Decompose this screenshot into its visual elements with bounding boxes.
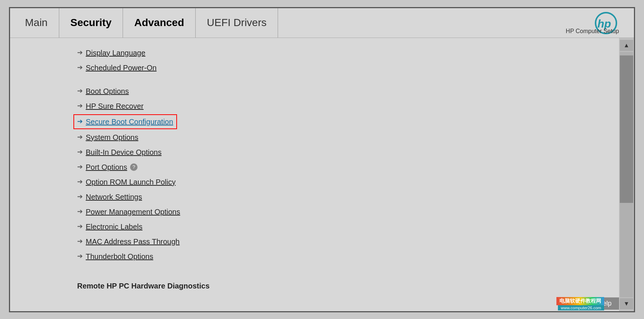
nav-main[interactable]: Main (25, 8, 59, 38)
scroll-track (620, 52, 633, 297)
content-area: ➔ Display Language ➔ Scheduled Power-On … (10, 38, 634, 311)
menu-item-hp-sure-recover[interactable]: ➔ HP Sure Recover (77, 99, 604, 114)
nav-advanced[interactable]: Advanced (123, 8, 196, 38)
watermark-line1: 电脑软硬件教程网 (556, 297, 604, 305)
arrow-icon: ➔ (77, 192, 83, 201)
menu-item-network-settings[interactable]: ➔ Network Settings (77, 189, 604, 204)
scroll-up-button[interactable]: ▲ (620, 40, 633, 51)
menu-label-secure-boot-config: Secure Boot Configuration (86, 117, 173, 127)
menu-item-thunderbolt-options[interactable]: ➔ Thunderbolt Options (77, 249, 604, 264)
arrow-icon: ➔ (77, 207, 83, 216)
scroll-thumb[interactable] (620, 55, 633, 203)
menu-item-boot-options[interactable]: ➔ Boot Options (77, 84, 604, 99)
arrow-icon: ➔ (77, 86, 83, 96)
arrow-icon: ➔ (77, 162, 83, 172)
arrow-icon: ➔ (77, 177, 83, 186)
arrow-icon: ➔ (77, 237, 83, 246)
screen: Main Security Advanced UEFI Drivers hp H… (9, 7, 635, 312)
menu-label-power-management-options: Power Management Options (86, 207, 180, 217)
menu-panel: ➔ Display Language ➔ Scheduled Power-On … (10, 38, 619, 311)
section-divider-2 (77, 269, 604, 276)
bottom-label: Remote HP PC Hardware Diagnostics (77, 282, 604, 290)
menu-label-hp-sure-recover: HP Sure Recover (86, 101, 143, 111)
menu-section-1: ➔ Display Language ➔ Scheduled Power-On (77, 45, 604, 75)
menu-item-electronic-labels[interactable]: ➔ Electronic Labels (77, 219, 604, 234)
scroll-down-button[interactable]: ▼ (620, 298, 633, 309)
menu-item-port-options[interactable]: ➔ Port Options ? (77, 160, 604, 175)
menu-label-thunderbolt-options: Thunderbolt Options (86, 251, 153, 262)
menu-label-port-options: Port Options (86, 162, 127, 172)
watermark: 电脑软硬件教程网 www.computer26.com (556, 297, 604, 310)
menu-item-power-management-options[interactable]: ➔ Power Management Options (77, 204, 604, 219)
arrow-icon: ➔ (77, 63, 83, 72)
menu-label-built-in-device-options: Built-In Device Options (86, 147, 161, 157)
menu-item-scheduled-power-on[interactable]: ➔ Scheduled Power-On (77, 60, 604, 75)
menu-item-option-rom-launch-policy[interactable]: ➔ Option ROM Launch Policy (77, 175, 604, 189)
arrow-icon: ➔ (77, 252, 83, 261)
scrollbar: ▲ ▼ (619, 38, 634, 311)
menu-item-mac-address-pass-through[interactable]: ➔ MAC Address Pass Through (77, 234, 604, 249)
menu-item-system-options[interactable]: ➔ System Options (77, 130, 604, 145)
menu-label-scheduled-power-on: Scheduled Power-On (86, 63, 157, 73)
section-divider-1 (77, 77, 604, 84)
arrow-icon: ➔ (77, 222, 83, 231)
menu-label-electronic-labels: Electronic Labels (86, 221, 142, 232)
menu-label-option-rom-launch-policy: Option ROM Launch Policy (86, 177, 176, 187)
menu-label-boot-options: Boot Options (86, 86, 129, 96)
menu-label-system-options: System Options (86, 132, 138, 143)
menu-item-display-language[interactable]: ➔ Display Language (77, 45, 604, 60)
arrow-icon: ➔ (77, 133, 83, 142)
arrow-icon: ➔ (77, 101, 83, 111)
menu-label-display-language: Display Language (86, 48, 145, 58)
nav-security[interactable]: Security (59, 8, 123, 38)
arrow-icon: ➔ (77, 147, 83, 157)
help-icon[interactable]: ? (130, 163, 138, 171)
menu-item-secure-boot-config[interactable]: ➔ Secure Boot Configuration (73, 114, 177, 129)
nav-bar: Main Security Advanced UEFI Drivers hp H… (10, 8, 634, 38)
watermark-line2: www.computer26.com (558, 305, 604, 310)
menu-section-2: ➔ Boot Options ➔ HP Sure Recover ➔ Secur… (77, 84, 604, 264)
menu-label-network-settings: Network Settings (86, 192, 142, 202)
nav-uefi-drivers[interactable]: UEFI Drivers (196, 8, 278, 38)
menu-label-mac-address-pass-through: MAC Address Pass Through (86, 236, 180, 247)
menu-item-built-in-device-options[interactable]: ➔ Built-In Device Options (77, 145, 604, 160)
bottom-section: Remote HP PC Hardware Diagnostics (77, 266, 604, 290)
arrow-icon: ➔ (77, 117, 83, 126)
hp-subtitle: HP Computer Setup (566, 28, 619, 35)
arrow-icon: ➔ (77, 48, 83, 57)
